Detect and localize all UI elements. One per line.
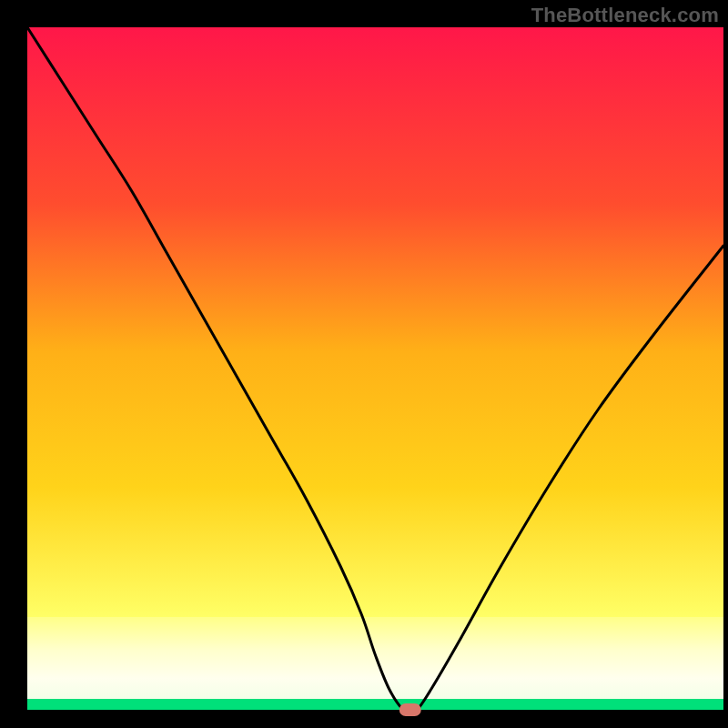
bottleneck-chart <box>0 0 728 728</box>
svg-rect-1 <box>27 27 723 617</box>
svg-rect-3 <box>27 699 723 710</box>
min-marker <box>399 703 421 716</box>
watermark-text: TheBottleneck.com <box>531 4 719 27</box>
chart-container: TheBottleneck.com <box>0 0 728 728</box>
